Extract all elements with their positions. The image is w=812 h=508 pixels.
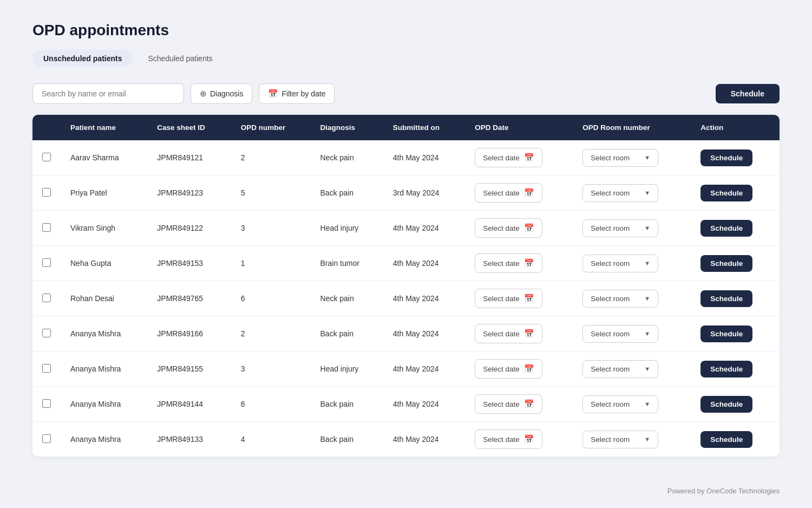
row-checkbox-1[interactable]: [42, 188, 51, 197]
row-checkbox-7[interactable]: [42, 399, 51, 408]
cell-opd-date: Select date 📅: [465, 316, 573, 351]
cell-opd-date: Select date 📅: [465, 246, 573, 281]
col-submitted-on: Submitted on: [383, 115, 465, 140]
row-checkbox-6[interactable]: [42, 364, 51, 373]
select-room-button-0[interactable]: Select room ▼: [582, 149, 658, 167]
select-date-button-2[interactable]: Select date 📅: [475, 218, 542, 238]
table-header-row: Patient name Case sheet ID OPD number Di…: [32, 115, 780, 140]
select-room-button-8[interactable]: Select room ▼: [582, 431, 658, 448]
select-date-button-0[interactable]: Select date 📅: [475, 148, 542, 167]
chevron-down-icon: ▼: [644, 330, 650, 337]
select-date-button-4[interactable]: Select date 📅: [475, 289, 542, 308]
chevron-down-icon: ▼: [644, 436, 650, 442]
select-room-label: Select room: [591, 435, 630, 444]
cell-patient-name: Ananya Mishra: [61, 351, 147, 387]
col-action: Action: [691, 115, 780, 140]
main-schedule-button[interactable]: Schedule: [716, 84, 780, 103]
select-date-label: Select date: [483, 189, 520, 197]
row-checkbox-8[interactable]: [42, 434, 51, 443]
cell-opd-room: Select room ▼: [573, 387, 691, 422]
table-row: Ananya Mishra JPMR849166 2 Back pain 4th…: [32, 316, 780, 351]
row-checkbox-cell: [32, 246, 61, 281]
calendar-icon: 📅: [524, 294, 534, 303]
select-room-button-7[interactable]: Select room ▼: [582, 395, 658, 413]
calendar-icon: 📅: [268, 89, 278, 99]
checkbox-header: [32, 115, 61, 140]
row-checkbox-cell: [32, 316, 61, 351]
cell-case-sheet-id: JPMR849144: [147, 387, 231, 422]
row-checkbox-2[interactable]: [42, 223, 51, 232]
select-room-button-6[interactable]: Select room ▼: [582, 360, 658, 378]
row-checkbox-cell: [32, 140, 61, 175]
filter-by-date-button[interactable]: 📅 Filter by date: [259, 83, 335, 104]
select-room-button-1[interactable]: Select room ▼: [582, 184, 658, 202]
cell-action: Schedule: [691, 246, 780, 281]
calendar-icon: 📅: [524, 364, 534, 374]
select-room-button-2[interactable]: Select room ▼: [582, 219, 658, 237]
diagnosis-filter-button[interactable]: ⊕ Diagnosis: [191, 83, 252, 104]
cell-action: Schedule: [691, 175, 780, 211]
col-patient-name: Patient name: [61, 115, 147, 140]
cell-diagnosis: Back pain: [311, 387, 383, 422]
tab-unscheduled[interactable]: Unscheduled patients: [32, 50, 133, 67]
cell-opd-room: Select room ▼: [573, 351, 691, 387]
select-room-button-5[interactable]: Select room ▼: [582, 325, 658, 343]
select-date-label: Select date: [483, 259, 520, 268]
schedule-row-button-8[interactable]: Schedule: [700, 431, 752, 448]
row-checkbox-cell: [32, 175, 61, 211]
cell-opd-room: Select room ▼: [573, 211, 691, 246]
select-date-button-1[interactable]: Select date 📅: [475, 183, 542, 203]
cell-case-sheet-id: JPMR849133: [147, 422, 231, 457]
chevron-down-icon: ▼: [644, 295, 650, 302]
tab-scheduled[interactable]: Scheduled patients: [137, 50, 223, 67]
schedule-row-button-1[interactable]: Schedule: [700, 185, 752, 201]
schedule-row-button-7[interactable]: Schedule: [700, 396, 752, 413]
row-checkbox-4[interactable]: [42, 294, 51, 302]
select-date-button-8[interactable]: Select date 📅: [475, 429, 542, 449]
schedule-row-button-6[interactable]: Schedule: [700, 361, 752, 377]
schedule-row-button-3[interactable]: Schedule: [700, 255, 752, 272]
schedule-row-button-4[interactable]: Schedule: [700, 290, 752, 307]
row-checkbox-cell: [32, 422, 61, 457]
select-room-label: Select room: [591, 154, 630, 162]
chevron-down-icon: ▼: [644, 366, 650, 372]
cell-submitted-on: 4th May 2024: [383, 316, 465, 351]
select-date-button-3[interactable]: Select date 📅: [475, 253, 542, 273]
cell-submitted-on: 4th May 2024: [383, 281, 465, 316]
search-input[interactable]: [32, 83, 184, 104]
select-date-label: Select date: [483, 224, 520, 232]
cell-opd-number: 6: [231, 387, 311, 422]
row-checkbox-3[interactable]: [42, 258, 51, 267]
calendar-icon: 📅: [524, 188, 534, 198]
row-checkbox-cell: [32, 351, 61, 387]
cell-opd-date: Select date 📅: [465, 140, 573, 175]
chevron-down-icon: ▼: [644, 225, 650, 231]
select-room-label: Select room: [591, 259, 630, 268]
calendar-icon: 📅: [524, 258, 534, 268]
cell-opd-room: Select room ▼: [573, 246, 691, 281]
row-checkbox-0[interactable]: [42, 153, 51, 161]
filter-label: Filter by date: [281, 89, 325, 98]
col-case-sheet: Case sheet ID: [147, 115, 231, 140]
table-row: Ananya Mishra JPMR849133 4 Back pain 4th…: [32, 422, 780, 457]
table-row: Neha Gupta JPMR849153 1 Brain tumor 4th …: [32, 246, 780, 281]
schedule-row-button-2[interactable]: Schedule: [700, 220, 752, 237]
toolbar: ⊕ Diagnosis 📅 Filter by date Schedule: [32, 83, 780, 104]
cell-opd-date: Select date 📅: [465, 281, 573, 316]
cell-action: Schedule: [691, 422, 780, 457]
schedule-row-button-5[interactable]: Schedule: [700, 325, 752, 342]
select-room-button-3[interactable]: Select room ▼: [582, 255, 658, 272]
select-room-button-4[interactable]: Select room ▼: [582, 290, 658, 308]
cell-case-sheet-id: JPMR849153: [147, 246, 231, 281]
row-checkbox-5[interactable]: [42, 329, 51, 337]
cell-submitted-on: 4th May 2024: [383, 422, 465, 457]
cell-case-sheet-id: JPMR849166: [147, 316, 231, 351]
schedule-row-button-0[interactable]: Schedule: [700, 149, 752, 166]
select-date-button-7[interactable]: Select date 📅: [475, 394, 542, 414]
select-date-button-6[interactable]: Select date 📅: [475, 359, 542, 379]
cell-diagnosis: Head injury: [311, 351, 383, 387]
cell-opd-date: Select date 📅: [465, 422, 573, 457]
select-date-button-5[interactable]: Select date 📅: [475, 324, 542, 343]
cell-submitted-on: 4th May 2024: [383, 140, 465, 175]
tab-bar: Unscheduled patients Scheduled patients: [32, 50, 780, 67]
